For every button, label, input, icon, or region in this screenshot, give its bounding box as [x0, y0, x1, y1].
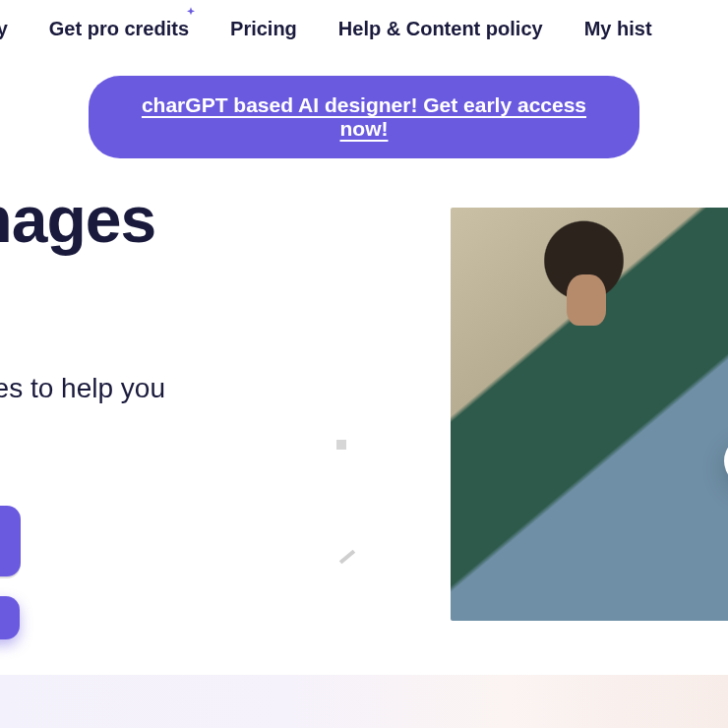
- nav-get-pro-credits-label: Get pro credits: [49, 18, 189, 39]
- nav-community[interactable]: unity: [0, 18, 8, 40]
- generate-image-button[interactable]: mage: [0, 506, 21, 576]
- promo-banner[interactable]: charGPT based AI designer! Get early acc…: [89, 76, 639, 158]
- decoration-dot: [336, 440, 346, 450]
- nav-pricing[interactable]: Pricing: [230, 18, 297, 40]
- secondary-cta-button[interactable]: [0, 596, 20, 639]
- promo-banner-link[interactable]: charGPT based AI designer! Get early acc…: [142, 93, 586, 140]
- hero-section: g images sed images to help you mage A: [0, 186, 728, 639]
- sparkle-icon: [183, 6, 199, 22]
- nav-my-history[interactable]: My hist: [584, 18, 652, 40]
- footer-gradient: [0, 675, 728, 728]
- nav-get-pro-credits[interactable]: Get pro credits: [49, 18, 189, 40]
- hero-image: [451, 208, 728, 621]
- nav-help-policy[interactable]: Help & Content policy: [338, 18, 543, 40]
- top-nav: unity Get pro credits Pricing Help & Con…: [0, 0, 728, 58]
